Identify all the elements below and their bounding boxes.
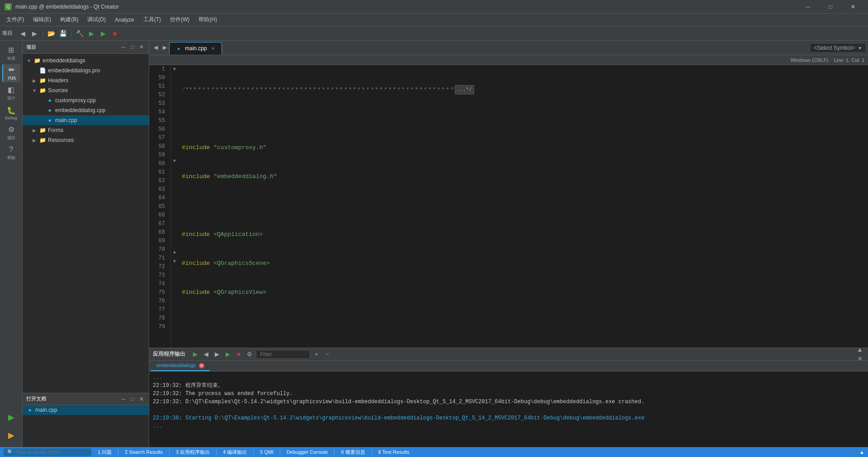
fold-arrow-58[interactable]: ▼	[171, 157, 178, 165]
bottom-add-btn[interactable]: +	[312, 350, 321, 359]
bottom-settings-btn[interactable]: ⚙	[245, 350, 254, 359]
toolbar-open-btn[interactable]: 📂	[46, 28, 57, 39]
main-layout: ⊞ 欢迎 ✏ 代码 ◧ 设计 🐛 Debug ⚙ 项目 ? 帮助 ▶ ▶	[0, 41, 868, 447]
open-doc-label: main.cpp	[35, 407, 57, 413]
ln-60: 60	[153, 160, 167, 168]
welcome-label: 欢迎	[7, 56, 15, 61]
panel-minimize-btn[interactable]: ─	[120, 43, 127, 51]
open-doc-main-cpp[interactable]: ● main.cpp	[23, 405, 149, 415]
tree-arrow-sources	[32, 88, 37, 93]
bottom-play-btn[interactable]: ▶	[223, 350, 232, 359]
fold-arrow-67[interactable]: ▼	[171, 249, 178, 257]
toolbar-stop-btn[interactable]: ■	[109, 28, 120, 39]
output-line-6[interactable]: 22:19:36: Starting D:\QT\Examples\Qt-5.1…	[153, 414, 864, 422]
menu-build[interactable]: 构建(B)	[56, 14, 83, 25]
fold-arrow-68[interactable]: ▼	[171, 257, 178, 266]
tree-item-embeddeddialog[interactable]: ● embeddeddialog.cpp	[23, 105, 149, 115]
sidebar-design-btn[interactable]: ◧ 设计	[2, 84, 20, 102]
menu-edit[interactable]: 编辑(E)	[28, 14, 56, 25]
tree-item-pro[interactable]: 📄 embeddeddialogs.pro	[23, 66, 149, 75]
status-search-results[interactable]: 2 Search Results	[122, 449, 165, 455]
status-qml[interactable]: 5 QMl	[257, 449, 276, 455]
panel-close-btn[interactable]: ✕	[138, 43, 145, 51]
toolbar-save-btn[interactable]: 💾	[57, 28, 68, 39]
debug-run-button[interactable]: ▶	[3, 427, 19, 443]
open-docs-float-btn[interactable]: □	[129, 396, 136, 403]
bottom-prev-btn[interactable]: ◀	[202, 350, 211, 359]
toolbar-build-btn[interactable]: 🔨	[74, 28, 85, 39]
tab-close-btn[interactable]: ✕	[210, 45, 216, 52]
toolbar-debug-run-btn[interactable]: ▶	[98, 28, 108, 39]
status-overview[interactable]: 6 概要信息	[338, 449, 368, 456]
project-label-2: 项目	[7, 135, 15, 141]
status-app-output[interactable]: 3 应用程序输出	[173, 449, 212, 456]
sidebar-project-btn[interactable]: ⚙ 项目	[2, 124, 20, 142]
locate-input[interactable]	[15, 449, 88, 455]
open-docs-close-btn[interactable]: ✕	[138, 396, 145, 403]
run-button[interactable]: ▶	[3, 409, 19, 425]
bottom-next-btn[interactable]: ▶	[212, 350, 222, 359]
code-editor[interactable]: 1 50 51 52 53 54 55 56 57 58 59 60 61 62…	[149, 65, 868, 348]
minimize-button[interactable]: ─	[797, 0, 818, 14]
tree-item-main-cpp[interactable]: ● main.cpp	[23, 115, 149, 125]
menu-file[interactable]: 文件(F)	[2, 14, 28, 25]
bottom-tab-close-btn[interactable]: ✕	[199, 363, 204, 368]
sidebar-welcome-btn[interactable]: ⊞ 欢迎	[2, 44, 20, 62]
editor-tab-main-cpp[interactable]: ● main.cpp ✕	[169, 42, 222, 55]
design-icon: ◧	[7, 85, 16, 94]
toolbar-run-btn[interactable]: ▶	[86, 28, 97, 39]
status-test-results[interactable]: 8 Test Results	[376, 449, 412, 455]
toolbar-back-btn[interactable]: ◀	[17, 28, 28, 39]
sidebar-edit-btn[interactable]: ✏ 代码	[2, 64, 20, 82]
tree-item-customproxy[interactable]: ● customproxy.cpp	[23, 95, 149, 105]
sidebar-help-btn[interactable]: ? 帮助	[2, 144, 20, 162]
bottom-run-btn[interactable]: ▶	[191, 350, 200, 359]
status-debugger-console[interactable]: Debugger Console	[284, 449, 331, 455]
status-up-arrow[interactable]: ▲	[859, 449, 864, 455]
menu-help[interactable]: 帮助(H)	[194, 14, 222, 25]
bottom-maximize-btn[interactable]: ▲	[855, 345, 864, 354]
bottom-stop-btn[interactable]: ■	[234, 350, 243, 359]
code-content[interactable]: /***************************************…	[178, 65, 868, 348]
status-compile[interactable]: 4 编译输出	[220, 449, 250, 456]
open-docs-minimize-btn[interactable]: ─	[120, 396, 127, 403]
folder-icon-resources: 📁	[39, 137, 46, 144]
code-line-56: #include <QGraphicsView>	[182, 288, 864, 297]
open-docs-title: 打开文档	[26, 396, 46, 402]
project-panel: 项目 ─ □ ✕ 📁 embeddeddialogs 📄 embeddeddia…	[23, 41, 149, 447]
app-icon: Q	[5, 3, 12, 10]
fold-blank-76	[171, 339, 178, 347]
bottom-panel-title: 应用程序输出	[153, 350, 185, 358]
maximize-button[interactable]: □	[820, 0, 841, 14]
edit-icon: ✏	[7, 66, 16, 75]
symbol-selector[interactable]: <Select Symbol> ▼	[810, 43, 866, 53]
file-icon-pro: 📄	[39, 67, 46, 74]
tree-item-sources[interactable]: 📁 Sources	[23, 85, 149, 95]
bottom-tab-embeddeddialogs[interactable]: embeddeddialogs ✕	[151, 361, 210, 371]
tree-label-resources: Resources	[48, 137, 74, 143]
menu-analyze[interactable]: Analyze	[110, 15, 139, 25]
output-filter-input[interactable]	[256, 350, 310, 359]
menu-tools[interactable]: 工具(T)	[139, 14, 165, 25]
fold-marker-1[interactable]: ...*/	[455, 85, 474, 94]
tree-item-forms[interactable]: 📁 Forms	[23, 125, 149, 135]
ln-76: 76	[153, 297, 167, 306]
toolbar-separator-2	[71, 29, 71, 38]
symbol-selector-arrow: ▼	[858, 46, 862, 51]
toolbar-forward-btn[interactable]: ▶	[29, 28, 40, 39]
fold-blank-56	[171, 136, 178, 145]
tree-label-embeddeddialog: embeddeddialog.cpp	[55, 107, 105, 113]
menu-controls[interactable]: 控件(W)	[165, 14, 194, 25]
status-problems[interactable]: 1 问题	[95, 449, 114, 456]
bottom-remove-btn[interactable]: −	[323, 350, 332, 359]
fold-arrow-1[interactable]: ▼	[171, 65, 178, 74]
tree-item-root[interactable]: 📁 embeddeddialogs	[23, 56, 149, 66]
tab-nav-right[interactable]: ▶	[160, 42, 169, 53]
tree-item-headers[interactable]: 📁 Headers	[23, 75, 149, 85]
panel-float-btn[interactable]: □	[129, 43, 136, 51]
menu-debug[interactable]: 调试(D)	[83, 14, 110, 25]
close-button[interactable]: ✕	[843, 0, 863, 14]
tab-nav-left[interactable]: ◀	[151, 42, 160, 53]
tree-item-resources[interactable]: 📁 Resources	[23, 135, 149, 145]
sidebar-debug-btn[interactable]: 🐛 Debug	[2, 104, 20, 122]
